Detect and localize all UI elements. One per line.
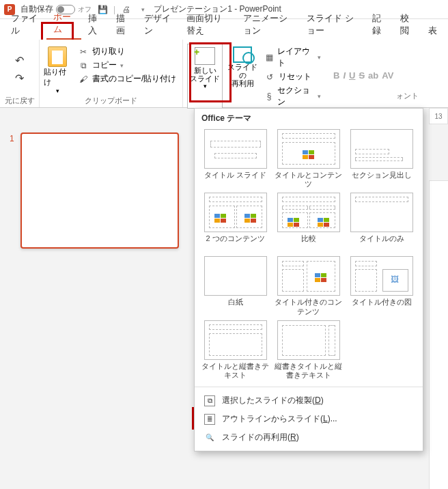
new-slide-label: 新しい スライド	[190, 66, 220, 83]
char-spacing-button[interactable]: AV	[382, 70, 393, 81]
layout-label: タイトルのみ	[359, 234, 404, 252]
layout-thumb-icon	[204, 193, 267, 232]
reuse-slides-icon	[233, 46, 252, 63]
undo-button[interactable]: ↶	[6, 53, 33, 68]
layout-content-caption[interactable]: タイトル付きのコンテンツ	[275, 256, 342, 316]
chevron-down-icon: ▾	[56, 87, 59, 94]
reuse-slides-button[interactable]: スライドの 再利用	[225, 44, 260, 109]
duplicate-slides-item[interactable]: ⧉ 選択したスライドの複製(D)	[195, 391, 423, 410]
toggle-off-icon	[56, 5, 75, 14]
layout-section-header[interactable]: セクション見出し	[348, 129, 416, 188]
layout-thumb-icon	[204, 320, 267, 360]
reuse-label: スライドの再利用(R)	[222, 432, 299, 443]
layout-label: タイトルとコンテンツ	[275, 171, 342, 188]
paintbrush-icon: 🖌	[78, 74, 89, 85]
ribbon: ↶ ↷ 元に戻す 貼り付け ▾ ✂ 切り取り ⧉ コピー	[0, 40, 448, 108]
layout-label: 縦書きタイトルと縦書きテキスト	[275, 362, 342, 380]
section-button[interactable]: § セクション ▾	[263, 84, 322, 109]
slide-thumbnail[interactable]	[20, 132, 179, 249]
chevron-down-icon: ▾	[204, 83, 207, 89]
new-slide-gallery: ォント Office テーマ タイトル スライド タイトルとコンテンツ セクショ…	[194, 108, 423, 451]
bold-button[interactable]: B	[333, 70, 339, 81]
reset-button[interactable]: ↺ リセット	[263, 70, 322, 83]
section-icon: §	[264, 91, 274, 102]
section-label: セクション	[277, 85, 314, 108]
layout-title-vertical-text[interactable]: タイトルと縦書きテキスト	[201, 320, 269, 380]
group-label-clipboard: クリップボード	[44, 96, 178, 107]
new-slide-button[interactable]: + 新しい スライド ▾	[187, 44, 223, 109]
format-painter-button[interactable]: 🖌 書式のコピー/貼り付け	[76, 72, 178, 85]
new-slide-icon: +	[195, 47, 215, 65]
undo-icon: ↶	[10, 53, 29, 68]
cut-button[interactable]: ✂ 切り取り	[76, 45, 178, 58]
layout-label: 比較	[301, 234, 316, 252]
layout-label: 白紙	[228, 298, 243, 316]
shadow-button[interactable]: ab	[368, 70, 378, 81]
layout-thumb-icon	[277, 193, 340, 232]
gallery-header: Office テーマ	[195, 109, 423, 126]
paste-button[interactable]: 貼り付け ▾	[44, 42, 71, 96]
layout-thumb-icon	[277, 129, 340, 169]
layout-title-content[interactable]: タイトルとコンテンツ	[275, 129, 342, 188]
layout-label: セクション見出し	[352, 171, 412, 188]
tab-slideshow[interactable]: スライド ショー	[300, 9, 365, 40]
outline-label: アウトラインからスライド(L)...	[222, 413, 337, 425]
layout-label: 2 つのコンテンツ	[206, 234, 265, 252]
ruler-marker: 13	[429, 108, 448, 124]
reset-label: リセット	[279, 71, 311, 83]
tab-animations[interactable]: アニメーション	[236, 9, 300, 40]
slide-number: 1	[10, 134, 14, 143]
copy-label: コピー	[92, 59, 117, 71]
layout-comparison[interactable]: 比較	[275, 193, 342, 252]
tab-design[interactable]: デザイン	[137, 9, 180, 40]
scissors-icon: ✂	[78, 46, 89, 57]
reset-icon: ↺	[264, 72, 275, 83]
format-painter-label: 書式のコピー/貼り付け	[92, 73, 176, 85]
italic-button[interactable]: I	[343, 70, 346, 81]
tab-file[interactable]: ファイル	[4, 9, 46, 40]
layout-thumb-icon	[277, 320, 340, 360]
ribbon-tabs: ファイル ホーム 挿入 描画 デザイン 画面切り替え アニメーション スライド …	[0, 19, 448, 40]
layout-label: レイアウト	[277, 46, 314, 69]
slides-from-outline-item[interactable]: ≣ アウトラインからスライド(L)...	[195, 410, 423, 428]
layout-title-only[interactable]: タイトルのみ	[348, 193, 416, 252]
duplicate-label: 選択したスライドの複製(D)	[222, 395, 324, 406]
layout-thumb-icon	[277, 256, 340, 296]
layout-label: タイトル付きのコンテンツ	[275, 298, 342, 316]
layout-icon: ▦	[264, 52, 274, 63]
reuse-slides-label: スライドの 再利用	[225, 63, 260, 87]
tab-review[interactable]: 校閲	[393, 9, 421, 40]
underline-button[interactable]: U	[349, 70, 355, 81]
layout-two-content[interactable]: 2 つのコンテンツ	[201, 193, 269, 252]
clipboard-icon	[48, 46, 67, 67]
strikethrough-button[interactable]: S	[359, 70, 365, 81]
editor-area-edge	[429, 180, 448, 489]
search-slides-icon: 🔍	[204, 432, 215, 443]
redo-button[interactable]: ↷	[6, 70, 33, 85]
copy-button[interactable]: ⧉ コピー ▾	[76, 59, 178, 72]
duplicate-icon: ⧉	[204, 395, 215, 406]
reuse-slides-item[interactable]: 🔍 スライドの再利用(R)	[195, 428, 423, 447]
tab-transitions[interactable]: 画面切り替え	[180, 9, 236, 40]
chevron-down-icon: ▾	[120, 62, 124, 69]
tab-insert[interactable]: 挿入	[81, 9, 109, 40]
tab-record[interactable]: 記録	[365, 9, 393, 40]
layout-thumb-icon: 🖼	[350, 256, 413, 296]
copy-icon: ⧉	[78, 60, 89, 71]
layout-label: タイトル スライド	[204, 171, 266, 188]
layout-thumb-icon	[350, 193, 413, 232]
chevron-down-icon: ▾	[318, 54, 321, 61]
font-group-label-partial: ォント	[396, 91, 419, 101]
layout-label: タイトル付きの図	[352, 298, 412, 316]
picture-icon: 🖼	[391, 275, 399, 284]
layout-thumb-icon	[204, 129, 267, 169]
slide-thumbnail-pane[interactable]: 1	[0, 108, 178, 489]
tab-draw[interactable]: 描画	[109, 9, 137, 40]
layout-button[interactable]: ▦ レイアウト ▾	[263, 45, 322, 70]
tab-view[interactable]: 表	[421, 21, 444, 40]
redo-icon: ↷	[10, 70, 29, 85]
layout-picture-caption[interactable]: 🖼 タイトル付きの図	[348, 256, 416, 316]
layout-vertical-title-text[interactable]: 縦書きタイトルと縦書きテキスト	[275, 320, 342, 380]
layout-blank[interactable]: 白紙	[201, 256, 269, 316]
layout-title-slide[interactable]: タイトル スライド	[201, 129, 269, 188]
